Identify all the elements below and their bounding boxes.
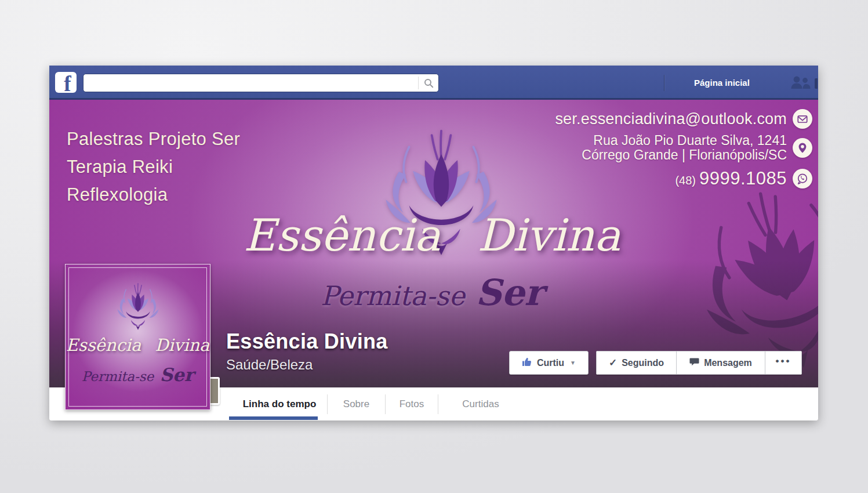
message-button-label: Mensagem xyxy=(704,358,752,368)
whatsapp-icon xyxy=(793,169,812,188)
contact-email-row: ser.essenciadivina@outlook.com xyxy=(555,109,812,129)
tab-sobre[interactable]: Sobre xyxy=(328,387,385,420)
phone-number: 9999.1085 xyxy=(699,168,787,188)
contact-phone-row: (48)9999.1085 xyxy=(675,168,812,189)
brand-word-2: Divina xyxy=(155,335,209,355)
contact-block: ser.essenciadivina@outlook.com Rua João … xyxy=(555,109,812,189)
service-item: Terapia Reiki xyxy=(67,153,240,181)
envelope-icon xyxy=(793,109,812,129)
message-button[interactable]: Mensagem xyxy=(677,351,765,375)
tagline-emphasis: Ser xyxy=(475,271,543,314)
profile-tagline: Permita-se Ser xyxy=(66,364,210,385)
phone-text: (48)9999.1085 xyxy=(675,168,787,189)
address-line2: Córrego Grande | Florianópolis/SC xyxy=(582,148,787,162)
tagline-emphasis: Ser xyxy=(160,364,194,385)
home-link[interactable]: Página inicial xyxy=(694,66,750,100)
profile-brand-script: Essência Divina xyxy=(66,335,210,355)
facebook-logo[interactable]: f xyxy=(55,72,77,93)
brand-word-1: Essência xyxy=(66,335,141,355)
following-button-label: Seguindo xyxy=(622,358,664,368)
search-icon[interactable] xyxy=(419,78,438,88)
search-input[interactable] xyxy=(83,74,418,92)
speech-bubble-icon xyxy=(689,357,699,369)
service-item: Reflexologia xyxy=(67,181,240,209)
address-text: Rua João Pio Duarte Silva, 1241 Córrego … xyxy=(582,133,787,162)
lotus-logo-icon xyxy=(107,282,169,336)
like-button-label: Curtiu xyxy=(537,358,564,368)
phone-area-code: (48) xyxy=(675,174,696,187)
email-text: ser.essenciadivina@outlook.com xyxy=(555,110,787,128)
location-pin-icon xyxy=(793,138,812,158)
friends-icon[interactable] xyxy=(788,74,812,93)
brand-word-2: Divina xyxy=(477,213,620,258)
profile-picture[interactable]: Essência Divina Permita-se Ser xyxy=(65,264,210,410)
like-button[interactable]: Curtiu ▼ xyxy=(509,351,589,375)
services-list: Palestras Projeto Ser Terapia Reiki Refl… xyxy=(67,125,240,209)
tagline-script: Permita-se xyxy=(321,280,465,311)
brand-tagline: Permita-se Ser xyxy=(255,271,609,314)
service-item: Palestras Projeto Ser xyxy=(67,125,240,153)
check-icon: ✓ xyxy=(609,357,617,369)
cropped-header-icon xyxy=(815,78,818,89)
more-options-button[interactable]: ••• xyxy=(765,351,802,375)
desktop-background: f Página inicial xyxy=(0,0,868,493)
brand-script-title: Essência Divina xyxy=(244,213,620,258)
tab-fotos[interactable]: Fotos xyxy=(386,387,438,420)
page-title[interactable]: Essência Divina xyxy=(226,329,388,354)
facebook-f-icon: f xyxy=(64,75,71,93)
tagline-script: Permita-se xyxy=(82,369,154,384)
following-button[interactable]: ✓ Seguindo xyxy=(596,351,677,375)
tab-curtidas[interactable]: Curtidas xyxy=(438,387,523,420)
chevron-down-icon: ▼ xyxy=(570,360,576,366)
page-action-group: ✓ Seguindo Mensagem ••• xyxy=(596,351,802,375)
address-line1: Rua João Pio Duarte Silva, 1241 xyxy=(582,133,787,148)
search-bar[interactable] xyxy=(83,74,439,92)
header-divider xyxy=(664,75,664,91)
contact-address-row: Rua João Pio Duarte Silva, 1241 Córrego … xyxy=(582,133,812,162)
facebook-header: f Página inicial xyxy=(49,66,818,100)
brand-word-1: Essência xyxy=(244,213,441,258)
tab-linha-do-tempo[interactable]: Linha do tempo xyxy=(232,387,327,420)
thumbs-up-icon xyxy=(522,357,532,369)
